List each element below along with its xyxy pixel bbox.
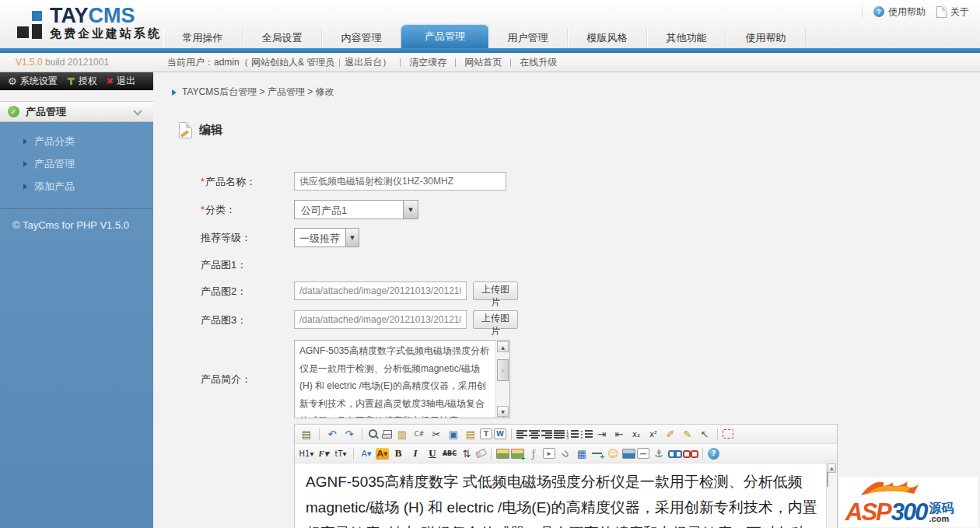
align-left-icon[interactable] <box>516 429 527 439</box>
image-icon[interactable] <box>496 449 509 459</box>
horizontal-rule-icon[interactable] <box>591 449 604 458</box>
chevron-down-icon <box>133 107 142 115</box>
tab-user-mgmt[interactable]: 用户管理 <box>488 28 568 48</box>
font-size-icon[interactable]: tT▾ <box>333 446 348 461</box>
format-brush-icon[interactable]: ✐ <box>663 426 678 442</box>
code-icon[interactable]: C# <box>411 426 427 442</box>
site-home-link[interactable]: 网站首页 <box>464 56 502 69</box>
print-icon[interactable] <box>381 429 393 439</box>
upload-image3-button[interactable]: 上传图片 <box>473 310 518 329</box>
tab-product-mgmt[interactable]: 产品管理 <box>401 25 488 48</box>
product-image3-input[interactable] <box>294 310 467 329</box>
dropdown-arrow-icon[interactable] <box>345 229 359 247</box>
table-icon[interactable]: ▦ <box>574 446 590 461</box>
undo-icon[interactable]: ↶ <box>324 426 340 442</box>
paste-as-text-icon[interactable]: T <box>480 428 492 439</box>
emoticon-icon[interactable]: ☺ <box>605 446 621 461</box>
recommend-level-select[interactable]: 一级推荐 <box>294 228 359 247</box>
tab-global-settings[interactable]: 全局设置 <box>243 28 322 48</box>
editor-scrollbar[interactable]: ▲ <box>826 463 837 528</box>
online-upgrade-link[interactable]: 在线升级 <box>520 56 557 69</box>
textarea-scrollbar[interactable]: ▲ ≡ ▼ ⋰ <box>495 341 509 418</box>
heading-icon[interactable]: H1▾ <box>299 446 314 461</box>
tab-common-ops[interactable]: 常用操作 <box>163 28 243 48</box>
resize-grip-icon[interactable]: ⋰ <box>502 411 509 418</box>
unlink-icon[interactable] <box>683 449 698 458</box>
category-select[interactable]: 公司产品1 <box>294 200 418 219</box>
paste-icon[interactable]: ▤ <box>463 426 478 442</box>
page-break-icon[interactable]: — <box>637 448 649 459</box>
bold-icon[interactable]: B <box>390 446 406 461</box>
cut-icon[interactable]: ✂ <box>429 426 444 442</box>
tab-content-mgmt[interactable]: 内容管理 <box>322 28 401 48</box>
select-all-icon[interactable]: ↖ <box>697 426 712 442</box>
clear-cache-link[interactable]: 清空缓存 <box>409 56 446 69</box>
top-links: 使用帮助 关于 <box>862 4 969 19</box>
italic-icon[interactable]: I <box>408 446 423 461</box>
dropdown-arrow-icon[interactable] <box>403 201 418 219</box>
tab-template-style[interactable]: 模版风格 <box>568 28 647 48</box>
editor-content[interactable]: AGNF-5035高精度数字 式低频电磁场强度分析仪是一款用于检测、分析低频ma… <box>295 463 827 528</box>
line-height-icon[interactable]: ⇅ <box>459 446 474 461</box>
toolbar-separator <box>511 428 512 440</box>
product-intro-text: AGNF-5035高精度数字式低频电磁场强度分析仪是一款用于检测、分析低频mag… <box>295 341 495 418</box>
underline-icon[interactable]: U <box>425 446 440 461</box>
fullscreen-icon[interactable] <box>723 429 733 439</box>
map-icon[interactable] <box>622 449 635 459</box>
sidebar-item-product-category[interactable]: 产品分类 <box>0 130 153 152</box>
outdent-icon[interactable]: ⇤ <box>611 426 627 442</box>
scrollbar-thumb[interactable] <box>827 472 828 487</box>
exit-button[interactable]: ✖ 退出 <box>107 75 135 88</box>
about-icon[interactable] <box>708 448 719 460</box>
text-color-icon[interactable]: A▾ <box>359 446 374 461</box>
strikethrough-icon[interactable]: ABC <box>442 446 457 461</box>
highlight-color-icon[interactable]: A▾ <box>376 448 389 460</box>
unordered-list-icon[interactable] <box>580 429 593 439</box>
link-icon[interactable] <box>668 449 681 458</box>
upload-image2-button[interactable]: 上传图片 <box>473 281 518 300</box>
flash-icon[interactable]: ƒ <box>526 446 541 461</box>
main-content: TAYCMS后台管理 > 产品管理 > 修改 编辑 *产品名称： *分类： 公司… <box>153 72 980 528</box>
tab-use-help[interactable]: 使用帮助 <box>726 28 806 48</box>
logout-link[interactable]: 退出后台 <box>345 56 382 69</box>
template-icon[interactable]: ▥ <box>394 426 410 442</box>
redo-icon[interactable]: ↷ <box>341 426 357 442</box>
ordered-list-icon[interactable] <box>566 429 579 439</box>
anchor-icon[interactable]: ⚓ <box>651 446 667 461</box>
breadcrumb-text: TAYCMS后台管理 > 产品管理 > 修改 <box>182 86 334 99</box>
font-family-icon[interactable]: F▾ <box>316 446 331 461</box>
system-settings-button[interactable]: ⚙ 系统设置 <box>8 75 58 88</box>
align-center-icon[interactable] <box>529 429 540 439</box>
product-intro-textarea[interactable]: AGNF-5035高精度数字式低频电磁场强度分析仪是一款用于检测、分析低频mag… <box>294 340 510 418</box>
product-name-input[interactable] <box>294 172 506 191</box>
scroll-up-icon[interactable]: ▲ <box>828 463 836 473</box>
remove-format-icon[interactable] <box>475 449 487 459</box>
copy-icon[interactable]: ▣ <box>446 426 461 442</box>
help-link[interactable]: 使用帮助 <box>873 5 926 19</box>
tab-other-functions[interactable]: 其他功能 <box>647 28 726 48</box>
align-justify-icon[interactable] <box>554 429 565 439</box>
superscript-icon[interactable]: x² <box>646 426 661 442</box>
sidebar-item-add-product[interactable]: 添加产品 <box>0 175 153 198</box>
align-right-icon[interactable] <box>541 429 552 439</box>
scrollbar-thumb[interactable]: ≡ <box>497 359 509 381</box>
authorize-label: 授权 <box>79 75 97 88</box>
toolbar-separator <box>702 448 703 460</box>
quick-format-icon[interactable]: ✎ <box>680 426 695 442</box>
subscript-icon[interactable]: x₂ <box>628 426 644 442</box>
scroll-up-icon[interactable]: ▲ <box>497 341 509 352</box>
about-link[interactable]: 关于 <box>936 5 969 19</box>
authorize-button[interactable]: 授权 <box>67 75 97 88</box>
multi-image-icon[interactable] <box>511 449 524 459</box>
source-icon[interactable]: ▤ <box>299 426 314 442</box>
category-selected-value: 公司产品1 <box>295 201 403 219</box>
rich-text-editor: ▤↶↷▥C#✂▣▤TW⇥⇤x₂x²✐✎↖ H1▾F▾tT▾A▾A▾BIUABC⇅… <box>294 424 838 528</box>
sidebar-item-product-mgmt[interactable]: 产品管理 <box>0 152 153 175</box>
product-image2-input[interactable] <box>294 281 467 300</box>
sidebar-accordion-product[interactable]: 产品管理 <box>0 101 153 122</box>
indent-icon[interactable]: ⇥ <box>594 426 610 442</box>
paste-from-word-icon[interactable]: W <box>494 428 506 439</box>
preview-icon[interactable] <box>367 428 380 440</box>
exit-label: 退出 <box>117 75 135 88</box>
attachment-icon[interactable]: ∪ <box>554 442 576 464</box>
